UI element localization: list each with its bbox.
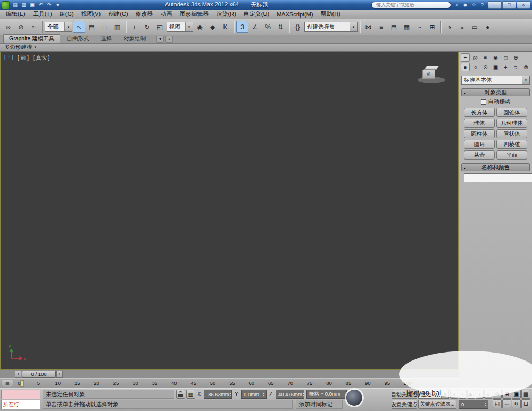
material-editor-icon[interactable]: ◑ bbox=[443, 21, 455, 33]
window-crossing-icon[interactable]: ▥ bbox=[111, 21, 123, 33]
time-slider-handle[interactable]: 0 / 100 bbox=[22, 371, 56, 378]
menu-item[interactable]: 创建(C) bbox=[104, 10, 131, 18]
ribbon-options-icon[interactable]: ▪ bbox=[165, 36, 173, 43]
autogrid-checkbox[interactable] bbox=[481, 99, 486, 105]
open-mini-curve-editor-icon[interactable]: ▦ bbox=[2, 380, 13, 387]
open-file-icon[interactable]: ▨ bbox=[20, 1, 28, 9]
menu-item[interactable]: 修改器 bbox=[132, 10, 157, 18]
object-type-button[interactable]: 平面 bbox=[496, 150, 527, 160]
communication-center-icon[interactable]: ◆ bbox=[461, 1, 469, 9]
track-bar[interactable]: ▦ 05101520253035404550556065707580859095… bbox=[0, 378, 459, 388]
macro-recorder-pane[interactable] bbox=[1, 390, 40, 399]
go-to-start-icon[interactable]: « bbox=[450, 390, 458, 399]
menu-item[interactable]: 帮助(H) bbox=[317, 10, 344, 18]
menu-item[interactable]: 动画 bbox=[157, 10, 176, 18]
create-tab-icon[interactable]: + bbox=[461, 53, 470, 62]
cameras-category-icon[interactable]: ▣ bbox=[491, 63, 500, 71]
object-name-input[interactable] bbox=[464, 173, 532, 182]
object-class-dropdown[interactable]: 标准基本体 ▼ bbox=[461, 76, 530, 85]
menu-item[interactable]: 编辑(E) bbox=[2, 10, 29, 18]
object-type-button[interactable]: 长方体 bbox=[464, 108, 495, 117]
viewcube[interactable]: 前 bbox=[422, 66, 443, 87]
maximize-viewport-toggle-icon[interactable]: ⊡ bbox=[521, 399, 530, 408]
spinner-icon[interactable]: ▲▼ bbox=[263, 392, 265, 397]
zoom-all-icon[interactable]: ⊞ bbox=[502, 390, 511, 399]
object-type-button[interactable]: 四棱锥 bbox=[496, 140, 527, 149]
ribbon-tab[interactable]: 选择 bbox=[95, 35, 117, 43]
rendered-frame-window-icon[interactable]: ▭ bbox=[469, 21, 481, 33]
space-warps-category-icon[interactable]: ≈ bbox=[511, 63, 520, 71]
save-file-icon[interactable]: ▣ bbox=[28, 1, 36, 9]
auto-key-button[interactable]: 自动关键点 bbox=[392, 390, 417, 399]
select-by-name-icon[interactable]: ▤ bbox=[86, 21, 98, 33]
mirror-icon[interactable]: ⋈ bbox=[362, 21, 375, 33]
set-key-button[interactable]: 设置关键点 bbox=[392, 400, 417, 409]
previous-frame-icon[interactable]: ‹ bbox=[459, 390, 467, 399]
search-icon[interactable]: ⌕ bbox=[453, 1, 461, 9]
spinner-icon[interactable]: ▲▼ bbox=[229, 392, 231, 397]
reference-coordinate-dropdown[interactable]: 视图 ▼ bbox=[167, 22, 193, 32]
menu-item[interactable]: 图形编辑器 bbox=[176, 10, 213, 18]
named-selection-sets-dropdown[interactable]: 创建选择集 ▼ bbox=[304, 22, 358, 32]
ribbon-tab[interactable]: 自由形式 bbox=[61, 35, 94, 43]
menu-item[interactable]: 自定义(U) bbox=[240, 10, 273, 18]
hierarchy-tab-icon[interactable]: ≡ bbox=[481, 53, 490, 62]
ribbon-tab[interactable]: 对象绘制 bbox=[118, 35, 151, 43]
key-filters-button[interactable]: 关键点过滤器... bbox=[418, 400, 456, 409]
next-frame-icon[interactable]: › bbox=[476, 390, 484, 399]
search-input[interactable] bbox=[371, 2, 451, 9]
x-coordinate-field[interactable]: -86.63mm ▲▼ bbox=[204, 390, 232, 399]
align-icon[interactable]: ≡ bbox=[375, 21, 387, 33]
object-type-button[interactable]: 圆锥体 bbox=[496, 108, 527, 117]
curve-editor-icon[interactable]: ~ bbox=[413, 21, 426, 33]
display-tab-icon[interactable]: □ bbox=[501, 53, 510, 62]
qat-options-icon[interactable]: ▾ bbox=[54, 1, 62, 9]
maxscript-mini-listener[interactable]: 所在行 bbox=[1, 400, 40, 409]
redo-icon[interactable]: ↷ bbox=[45, 1, 53, 9]
menu-item[interactable]: MAXScript(M) bbox=[273, 11, 317, 18]
minimize-button[interactable]: – bbox=[488, 1, 502, 9]
modify-tab-icon[interactable]: ◎ bbox=[471, 53, 480, 62]
spinner-icon[interactable]: ▲▼ bbox=[302, 392, 304, 397]
zoom-extents-all-icon[interactable]: ▦ bbox=[521, 390, 530, 399]
select-and-move-icon[interactable]: + bbox=[128, 21, 140, 33]
time-slider-next-button[interactable]: › bbox=[56, 371, 63, 378]
favorites-icon[interactable]: ☆ bbox=[470, 1, 478, 9]
3ds-max-logo-icon[interactable] bbox=[2, 1, 10, 9]
render-production-icon[interactable]: ● bbox=[481, 21, 494, 33]
y-coordinate-field[interactable]: 0.0mm ▲▼ bbox=[241, 390, 267, 399]
menu-item[interactable]: 工具(T) bbox=[29, 10, 56, 18]
unlink-selection-icon[interactable]: ⊘ bbox=[15, 21, 27, 33]
systems-category-icon[interactable]: ⊗ bbox=[521, 63, 530, 71]
go-to-end-icon[interactable]: » bbox=[484, 390, 492, 399]
object-type-button[interactable]: 圆柱体 bbox=[464, 129, 495, 138]
absolute-mode-toggle[interactable]: ▦ bbox=[186, 390, 195, 399]
object-type-rollout-header[interactable]: - 对象类型 bbox=[461, 88, 530, 96]
object-type-button[interactable]: 几何球体 bbox=[496, 119, 527, 128]
menu-item[interactable]: 渲染(R) bbox=[213, 10, 240, 18]
selection-lock-toggle[interactable] bbox=[176, 390, 185, 399]
play-icon[interactable]: ▶ bbox=[467, 390, 475, 399]
zoom-icon[interactable]: ⊕ bbox=[493, 390, 502, 399]
shapes-category-icon[interactable]: ○ bbox=[471, 63, 480, 71]
spinner-snap-icon[interactable]: ⇅ bbox=[275, 21, 287, 33]
layer-manager-icon[interactable]: ▤ bbox=[388, 21, 400, 33]
select-object-icon[interactable]: ↖ bbox=[73, 21, 85, 33]
bind-to-space-warp-icon[interactable]: ≈ bbox=[28, 21, 40, 33]
zoom-region-icon[interactable]: ◱ bbox=[493, 399, 502, 408]
name-color-rollout-header[interactable]: - 名称和颜色 bbox=[461, 163, 530, 171]
current-frame-field[interactable]: 0 ▲▼ bbox=[459, 400, 488, 409]
orbit-icon[interactable]: ↻ bbox=[512, 399, 521, 408]
viewport-menu-view[interactable]: [ 前 ] bbox=[18, 54, 29, 62]
z-coordinate-field[interactable]: 40.476mm ▲▼ bbox=[276, 390, 304, 399]
object-type-button[interactable]: 圆环 bbox=[464, 140, 495, 149]
close-button[interactable]: × bbox=[517, 1, 530, 9]
maximize-button[interactable]: □ bbox=[502, 1, 516, 9]
rectangular-selection-region-icon[interactable]: □ bbox=[98, 21, 111, 33]
motion-tab-icon[interactable]: ◉ bbox=[491, 53, 500, 62]
spinner-icon[interactable]: ▲▼ bbox=[485, 402, 487, 407]
lights-category-icon[interactable]: ⊙ bbox=[481, 63, 490, 71]
select-and-scale-icon[interactable]: ◱ bbox=[154, 21, 166, 33]
viewport-menu-general[interactable]: [ + ] bbox=[4, 54, 13, 62]
select-and-rotate-icon[interactable]: ↻ bbox=[141, 21, 153, 33]
